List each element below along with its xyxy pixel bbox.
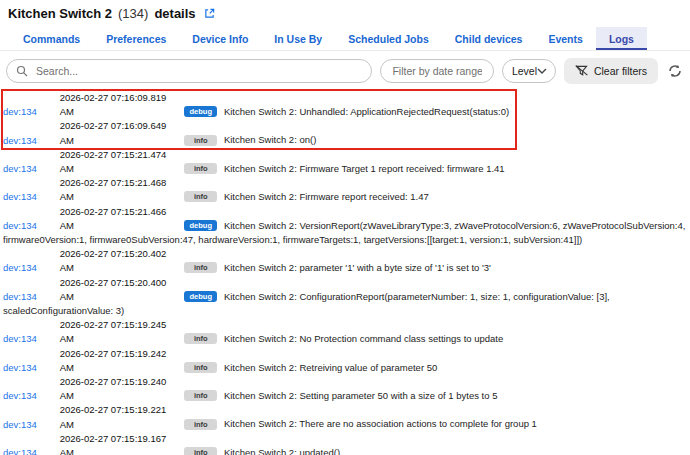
log-row: dev:134 2026-02-27 07:16:09.819 AM debug… [3, 91, 509, 119]
log-message: Kitchen Switch 2: There are no associati… [224, 419, 537, 430]
filter-off-icon [575, 65, 588, 77]
log-level-badge: info [184, 135, 217, 146]
log-message: Kitchen Switch 2: Firmware report receiv… [224, 191, 429, 202]
log-timestamp: 2026-02-27 07:15:19.240 AM [60, 375, 182, 403]
log-row: dev:134 2026-02-27 07:15:19.221 AM info … [3, 403, 686, 431]
tab-events[interactable]: Events [535, 27, 595, 50]
log-toolbar: Level Clear filters [6, 58, 684, 84]
device-id: (134) [118, 6, 148, 21]
clear-filters-button[interactable]: Clear filters [564, 58, 658, 84]
title-details-label: details [154, 6, 195, 21]
tab-device-info[interactable]: Device Info [179, 27, 261, 50]
search-input[interactable] [34, 64, 362, 78]
page-header: Kitchen Switch 2 (134) details [0, 0, 690, 21]
log-row: dev:134 2026-02-27 07:15:21.466 AM debug… [3, 205, 686, 248]
log-row: dev:134 2026-02-27 07:15:19.240 AM info … [3, 375, 686, 403]
device-link[interactable]: dev:134 [3, 162, 57, 176]
log-list: dev:134 2026-02-27 07:16:09.819 AM debug… [0, 89, 690, 455]
device-link[interactable]: dev:134 [3, 361, 57, 375]
log-timestamp: 2026-02-27 07:15:20.400 AM [60, 276, 182, 304]
log-timestamp: 2026-02-27 07:15:21.468 AM [60, 176, 182, 204]
tab-in-use-by[interactable]: In Use By [261, 27, 335, 50]
device-name: Kitchen Switch 2 [8, 6, 112, 21]
log-row: dev:134 2026-02-27 07:16:09.649 AM info … [3, 119, 509, 147]
tab-scheduled-jobs[interactable]: Scheduled Jobs [335, 27, 442, 50]
log-timestamp: 2026-02-27 07:15:21.466 AM [60, 205, 182, 233]
log-level-badge: debug [184, 106, 217, 117]
log-timestamp: 2026-02-27 07:15:19.242 AM [60, 347, 182, 375]
open-in-new-icon[interactable] [204, 8, 215, 19]
log-row: dev:134 2026-02-27 07:15:21.468 AM info … [3, 176, 686, 204]
log-level-badge: info [184, 419, 217, 430]
device-link[interactable]: dev:134 [3, 105, 57, 119]
log-message: Kitchen Switch 2: Retreiving value of pa… [224, 362, 437, 373]
device-link[interactable]: dev:134 [3, 290, 57, 304]
log-level-badge: info [184, 262, 217, 273]
tab-logs[interactable]: Logs [596, 27, 647, 50]
log-timestamp: 2026-02-27 07:15:19.221 AM [60, 403, 182, 431]
tab-commands[interactable]: Commands [10, 27, 93, 50]
log-timestamp: 2026-02-27 07:15:20.402 AM [60, 247, 182, 275]
log-row: dev:134 2026-02-27 07:15:19.167 AM info … [3, 432, 686, 455]
log-level-badge: debug [184, 291, 217, 302]
device-link[interactable]: dev:134 [3, 418, 57, 432]
log-timestamp: 2026-02-27 07:15:21.474 AM [60, 148, 182, 176]
log-level-badge: info [184, 447, 217, 455]
clear-filters-label: Clear filters [594, 65, 647, 77]
chevron-down-icon [537, 68, 547, 74]
log-row: dev:134 2026-02-27 07:15:20.400 AM debug… [3, 276, 686, 319]
log-timestamp: 2026-02-27 07:15:19.167 AM [60, 432, 182, 455]
date-range-field[interactable] [380, 59, 493, 83]
log-message: Kitchen Switch 2: Unhandled: Application… [224, 106, 509, 117]
search-icon [16, 65, 28, 77]
log-level-badge: info [184, 333, 217, 344]
date-range-input[interactable] [390, 64, 483, 78]
tab-bar: CommandsPreferencesDevice InfoIn Use ByS… [0, 27, 690, 51]
log-level-badge: info [184, 191, 217, 202]
log-message: Kitchen Switch 2: parameter '1' with a b… [224, 262, 491, 273]
tab-preferences[interactable]: Preferences [93, 27, 179, 50]
page-title: Kitchen Switch 2 (134) details [8, 6, 682, 21]
log-level-badge: info [184, 390, 217, 401]
log-message: Kitchen Switch 2: No Protection command … [224, 333, 503, 344]
tab-child-devices[interactable]: Child devices [442, 27, 536, 50]
log-timestamp: 2026-02-27 07:16:09.819 AM [60, 91, 182, 119]
log-level-badge: info [184, 163, 217, 174]
refresh-button[interactable] [666, 64, 684, 78]
device-link[interactable]: dev:134 [3, 219, 57, 233]
log-row: dev:134 2026-02-27 07:15:21.474 AM info … [3, 148, 686, 176]
log-timestamp: 2026-02-27 07:15:19.245 AM [60, 318, 182, 346]
device-link[interactable]: dev:134 [3, 134, 57, 148]
log-level-badge: info [184, 362, 217, 373]
refresh-icon [668, 64, 682, 78]
device-link[interactable]: dev:134 [3, 261, 57, 275]
device-link[interactable]: dev:134 [3, 446, 57, 455]
log-row: dev:134 2026-02-27 07:15:20.402 AM info … [3, 247, 686, 275]
level-dropdown-label: Level [512, 65, 537, 77]
log-timestamp: 2026-02-27 07:16:09.649 AM [60, 119, 182, 147]
log-message: Kitchen Switch 2: updated() [224, 447, 340, 455]
log-row: dev:134 2026-02-27 07:15:19.242 AM info … [3, 347, 686, 375]
device-link[interactable]: dev:134 [3, 389, 57, 403]
log-message: Kitchen Switch 2: Setting parameter 50 w… [224, 390, 498, 401]
annotation-highlight-box: dev:134 2026-02-27 07:16:09.819 AM debug… [1, 89, 517, 150]
log-row: dev:134 2026-02-27 07:15:19.245 AM info … [3, 318, 686, 346]
device-link[interactable]: dev:134 [3, 190, 57, 204]
device-link[interactable]: dev:134 [3, 332, 57, 346]
log-level-badge: debug [184, 220, 217, 231]
search-field[interactable] [6, 59, 372, 83]
level-dropdown[interactable]: Level [502, 59, 556, 83]
log-message: Kitchen Switch 2: on() [224, 135, 316, 146]
log-message: Kitchen Switch 2: Firmware Target 1 repo… [224, 163, 505, 174]
